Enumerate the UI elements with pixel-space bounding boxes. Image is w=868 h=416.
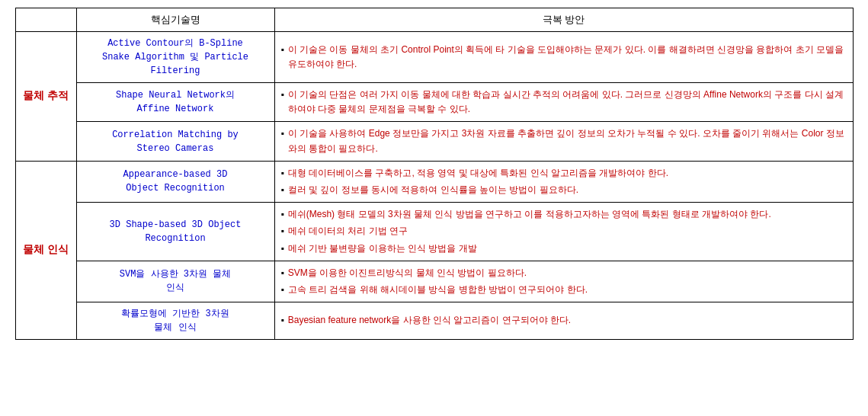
bullet-icon: ▪ <box>281 88 284 102</box>
bullet-icon: ▪ <box>281 283 284 297</box>
bullet-item: ▪메쉬(Mesh) 형태 모델의 3차원 물체 인식 방법을 연구하고 이를 적… <box>281 207 847 222</box>
bullet-text: 이 기술을 사용하여 Edge 정보만을 가지고 3차원 자료를 추출하면 깊이… <box>288 126 847 155</box>
solution-cell: ▪SVM을 이용한 이진트리방식의 물체 인식 방법이 필요하다.▪고속 트리 … <box>274 261 853 302</box>
bullet-text: SVM을 이용한 이진트리방식의 물체 인식 방법이 필요하다. <box>288 266 527 280</box>
bullet-icon: ▪ <box>281 43 284 57</box>
bullet-item: ▪고속 트리 검색을 위해 해시데이블 방식을 병합한 방법이 연구되어야 한다… <box>281 283 847 297</box>
bullet-item: ▪메쉬 데이터의 처리 기법 연구 <box>281 224 847 238</box>
solution-cell: ▪Bayesian feature network을 사용한 인식 알고리즘이 … <box>274 302 853 340</box>
bullet-icon: ▪ <box>281 313 284 328</box>
bullet-item: ▪SVM을 이용한 이진트리방식의 물체 인식 방법이 필요하다. <box>281 266 847 280</box>
bullet-item: ▪이 기술을 사용하여 Edge 정보만을 가지고 3차원 자료를 추출하면 깊… <box>281 126 847 155</box>
header-tech: 핵심기술명 <box>76 8 274 32</box>
bullet-item: ▪Bayesian feature network을 사용한 인식 알고리즘이 … <box>281 313 847 328</box>
tech-cell: Shape Neural Network의Affine Network <box>76 83 274 122</box>
bullet-text: 메쉬(Mesh) 형태 모델의 3차원 물체 인식 방법을 연구하고 이를 적용… <box>288 207 771 222</box>
main-table: 핵심기술명 극복 방안 물체 추적Active Contour의 B-Splin… <box>15 8 854 340</box>
tech-cell: Correlation Matching byStereo Cameras <box>76 122 274 161</box>
bullet-icon: ▪ <box>281 224 284 238</box>
bullet-item: ▪메쉬 기반 불변량을 이용하는 인식 방법을 개발 <box>281 242 847 256</box>
bullet-text: Bayesian feature network을 사용한 인식 알고리즘이 연… <box>288 313 571 328</box>
bullet-text: 이 기술의 단점은 여러 가지 이동 물체에 대한 학습과 실시간 추적의 어려… <box>288 88 847 117</box>
bullet-text: 대형 데이터베이스를 구축하고, 적용 영역 및 대상에 특화된 인식 알고리즘… <box>288 166 668 181</box>
bullet-text: 컬러 및 깊이 정보를 동시에 적용하여 인식률을 높이는 방법이 필요하다. <box>288 183 578 197</box>
bullet-icon: ▪ <box>281 183 284 197</box>
bullet-icon: ▪ <box>281 266 284 280</box>
tech-cell: 확률모형에 기반한 3차원물체 인식 <box>76 302 274 340</box>
bullet-item: ▪대형 데이터베이스를 구축하고, 적용 영역 및 대상에 특화된 인식 알고리… <box>281 166 847 181</box>
tech-cell: 3D Shape-based 3D ObjectRecognition <box>76 203 274 261</box>
solution-cell: ▪이 기술은 이동 물체의 초기 Control Point의 획득에 타 기술… <box>274 32 853 83</box>
solution-cell: ▪이 기술의 단점은 여러 가지 이동 물체에 대한 학습과 실시간 추적의 어… <box>274 83 853 122</box>
tech-cell: Active Contour의 B-SplineSnake Algorithm … <box>76 32 274 83</box>
category-cell: 물체 인식 <box>15 161 76 339</box>
bullet-text: 메쉬 기반 불변량을 이용하는 인식 방법을 개발 <box>288 242 477 256</box>
tech-cell: SVM을 사용한 3차원 물체인식 <box>76 261 274 302</box>
solution-cell: ▪메쉬(Mesh) 형태 모델의 3차원 물체 인식 방법을 연구하고 이를 적… <box>274 203 853 261</box>
bullet-item: ▪이 기술은 이동 물체의 초기 Control Point의 획득에 타 기술… <box>281 43 847 72</box>
solution-cell: ▪대형 데이터베이스를 구축하고, 적용 영역 및 대상에 특화된 인식 알고리… <box>274 161 853 202</box>
bullet-icon: ▪ <box>281 242 284 256</box>
bullet-icon: ▪ <box>281 126 284 141</box>
bullet-item: ▪컬러 및 깊이 정보를 동시에 적용하여 인식률을 높이는 방법이 필요하다. <box>281 183 847 197</box>
bullet-text: 이 기술은 이동 물체의 초기 Control Point의 획득에 타 기술을… <box>288 43 847 72</box>
category-cell: 물체 추적 <box>15 32 76 162</box>
bullet-item: ▪이 기술의 단점은 여러 가지 이동 물체에 대한 학습과 실시간 추적의 어… <box>281 88 847 117</box>
tech-cell: Appearance-based 3DObject Recognition <box>76 161 274 202</box>
bullet-icon: ▪ <box>281 166 284 181</box>
bullet-text: 고속 트리 검색을 위해 해시데이블 방식을 병합한 방법이 연구되어야 한다. <box>288 283 588 297</box>
header-solution: 극복 방안 <box>274 8 853 32</box>
header-category <box>15 8 76 32</box>
solution-cell: ▪이 기술을 사용하여 Edge 정보만을 가지고 3차원 자료를 추출하면 깊… <box>274 122 853 161</box>
bullet-icon: ▪ <box>281 207 284 222</box>
bullet-text: 메쉬 데이터의 처리 기법 연구 <box>288 224 408 238</box>
